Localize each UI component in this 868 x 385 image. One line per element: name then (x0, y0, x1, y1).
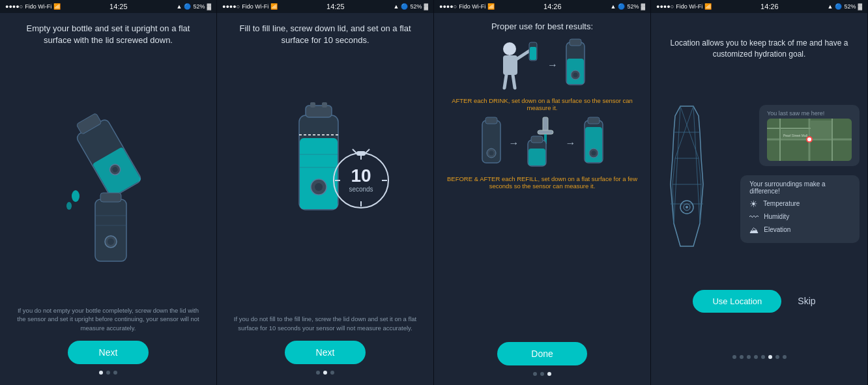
dot-2-2 (323, 371, 327, 375)
status-battery-2: ▲🔵 52% ▓ (394, 3, 429, 10)
svg-rect-50 (538, 130, 553, 134)
status-battery-3: ▲🔵 52% ▓ (611, 3, 646, 10)
drink-row: → (444, 39, 641, 91)
svg-rect-7 (95, 199, 126, 261)
signal-2: ●●●●○ (222, 3, 240, 10)
temperature-row: ☀ Temperature (749, 199, 850, 209)
screen2-footer: If you do not fill to the fill line, scr… (230, 315, 420, 333)
surroundings-label: Your surroundings make a difference! (749, 180, 850, 195)
humidity-icon: 〰 (749, 212, 759, 222)
location-bubble-1: You last saw me here! (759, 105, 860, 166)
dot-3-3 (547, 372, 551, 376)
svg-rect-83 (811, 121, 832, 138)
svg-rect-17 (310, 102, 315, 107)
dot-1-1 (99, 371, 103, 375)
dot-1-2 (106, 371, 110, 375)
dot-4-2 (740, 355, 744, 359)
svg-point-75 (686, 206, 688, 208)
dot-4-4 (754, 355, 758, 359)
svg-point-5 (72, 190, 80, 202)
svg-point-10 (108, 238, 114, 245)
elevation-label: Elevation (764, 226, 790, 233)
wifi-icon-1: 📶 (53, 3, 61, 10)
svg-text:seconds: seconds (349, 186, 373, 193)
screen4-bubbles-area: You last saw me here! (714, 105, 860, 248)
dot-4-1 (732, 355, 736, 359)
status-carrier-1: ●●●●○ Fido Wi-Fi 📶 (5, 3, 61, 10)
bottle-measure-svg (563, 39, 588, 91)
bottle-full-svg (581, 117, 606, 169)
screen3-warning1: AFTER each DRINK, set down on a flat sur… (444, 97, 641, 111)
bluetooth-icon-1: 🔵 (184, 3, 191, 10)
bottle-location-svg (661, 106, 713, 250)
humidity-label: Humidity (764, 213, 789, 220)
dot-2-3 (330, 371, 334, 375)
bottle-empty-svg (36, 95, 180, 264)
screen-4: ●●●●○ Fido Wi-Fi 📶 14:26 ▲🔵 52% ▓ Locati… (651, 0, 868, 385)
person-drinking-svg (497, 39, 542, 91)
screen2-title: Fill to fill line, screw down lid, and s… (230, 23, 420, 46)
svg-line-29 (353, 149, 356, 153)
screen-2: ●●●●○ Fido Wi-Fi 📶 14:25 ▲🔵 52% ▓ Fill t… (217, 0, 434, 385)
screen3-done-button[interactable]: Done (497, 342, 586, 365)
screen1-next-button[interactable]: Next (68, 341, 149, 364)
dot-4-6 (768, 355, 772, 359)
status-bar-2: ●●●●○ Fido Wi-Fi 📶 14:25 ▲🔵 52% ▓ (217, 0, 433, 13)
svg-point-6 (66, 202, 72, 210)
arrow-drink: → (547, 59, 558, 71)
screen4-bottle-area (659, 103, 714, 250)
screen4-content: Location allows you to keep track of me … (651, 13, 867, 385)
dot-3-2 (540, 372, 544, 376)
humidity-row: 〰 Humidity (749, 212, 850, 222)
screen1-title: Empty your bottle and set it upright on … (13, 23, 203, 46)
bubble1-label: You last saw me here! (767, 110, 852, 117)
elevation-icon: ⛰ (749, 225, 759, 235)
svg-point-48 (489, 151, 493, 156)
bottle-faucet-svg (525, 117, 560, 169)
dot-3-1 (533, 372, 537, 376)
signal-dots-1: ●●●●○ (5, 3, 23, 10)
refill-row: → → (444, 117, 641, 169)
screen3-dots (533, 372, 551, 376)
arrow-refill1: → (509, 137, 519, 149)
svg-point-85 (807, 137, 811, 141)
status-carrier-2: ●●●●○ Fido Wi-Fi 📶 (222, 3, 278, 10)
svg-rect-42 (570, 39, 581, 46)
svg-point-20 (315, 183, 323, 191)
svg-rect-57 (588, 117, 600, 124)
screen3-warning2: BEFORE & AFTER each REFILL, set down on … (444, 175, 641, 190)
svg-point-33 (503, 42, 516, 55)
screen4-title-container: Location allows you to keep track of me … (659, 38, 860, 66)
svg-rect-14 (300, 138, 338, 209)
svg-rect-18 (322, 102, 327, 107)
screen2-next-button[interactable]: Next (285, 341, 366, 364)
svg-line-39 (513, 75, 515, 88)
bottle-empty-small-svg (479, 117, 504, 169)
screen-3: ●●●●○ Fido Wi-Fi 📶 14:26 ▲🔵 52% ▓ Proper… (434, 0, 651, 385)
battery-icon-1: ▓ (207, 3, 211, 10)
status-time-4: 14:26 (760, 3, 779, 10)
bottle-fill-svg: 10 seconds (253, 96, 397, 272)
screen3-content: Proper use for best results: (434, 13, 650, 385)
svg-line-30 (366, 149, 369, 153)
skip-button[interactable]: Skip (788, 289, 825, 313)
svg-rect-34 (503, 55, 517, 75)
wifi-icon-2: 📶 (270, 3, 278, 10)
svg-marker-60 (671, 106, 703, 246)
screen4-actions: Use Location Skip (659, 289, 860, 313)
svg-line-69 (673, 158, 675, 184)
status-carrier-3: ●●●●○ Fido Wi-Fi 📶 (439, 3, 495, 10)
screen4-title: Location allows you to keep track of me … (659, 38, 860, 60)
arrow-refill2: → (566, 137, 576, 149)
svg-text:Pearl Street Mall: Pearl Street Mall (783, 134, 807, 137)
svg-line-70 (699, 158, 701, 184)
svg-rect-53 (528, 149, 545, 165)
screen4-dots (659, 355, 860, 359)
status-battery-1: ▲ 🔵 52% ▓ (177, 3, 212, 10)
status-bar-3: ●●●●○ Fido Wi-Fi 📶 14:26 ▲🔵 52% ▓ (434, 0, 650, 13)
map-svg: Pearl Street Mall (767, 119, 852, 161)
svg-rect-28 (356, 151, 366, 156)
screen1-footer: If you do not empty your bottle complete… (13, 306, 203, 333)
use-location-button[interactable]: Use Location (693, 290, 781, 313)
dot-4-7 (775, 355, 779, 359)
